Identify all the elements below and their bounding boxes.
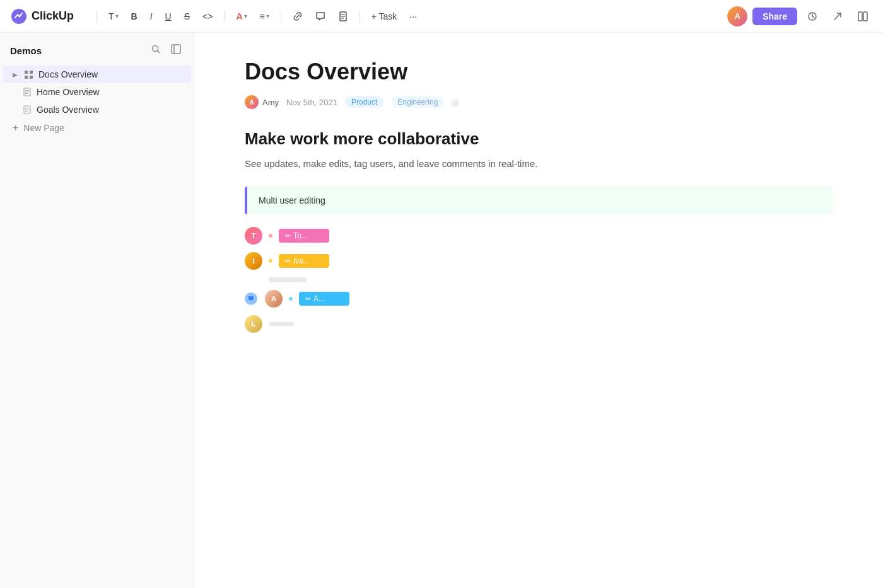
app-layout: Demos ▶ Docs Overview <box>0 33 883 588</box>
align-btn[interactable]: ≡ ▾ <box>256 9 273 24</box>
collab-row-empty <box>245 277 833 282</box>
toolbar-divider-2 <box>224 10 225 23</box>
user-avatar-iva: I <box>245 252 262 270</box>
sidebar-toggle-btn[interactable] <box>168 43 184 58</box>
app-name: ClickUp <box>32 9 74 23</box>
toolbar-divider-4 <box>360 10 360 23</box>
tag-add-icon[interactable]: ◎ <box>452 97 459 107</box>
sidebar-header: Demos <box>0 40 194 66</box>
cursor-bar-ton: ✏ To... <box>279 229 329 243</box>
history-btn[interactable] <box>802 6 822 26</box>
collab-row-1: T ✏ To... <box>245 227 833 245</box>
comment-btn[interactable] <box>312 9 329 24</box>
document-title: Docs Overview <box>245 58 833 85</box>
collab-illustration: T ✏ To... I ✏ Iva... <box>245 227 833 333</box>
collab-row-2: I ✏ Iva... <box>245 252 833 270</box>
line-placeholder-2 <box>269 322 294 326</box>
svg-rect-15 <box>25 76 28 79</box>
strikethrough-btn[interactable]: S <box>180 9 194 24</box>
cursor-bar-a: ✏ A... <box>299 292 349 306</box>
logo: ClickUp <box>10 8 74 25</box>
sidebar-toggle-icon <box>171 44 181 54</box>
doc-btn[interactable] <box>334 9 352 24</box>
new-page-btn[interactable]: + New Page <box>3 118 196 137</box>
user-avatar-amy: A <box>265 290 283 308</box>
sidebar-item-label: Goals Overview <box>37 105 99 115</box>
chevron-icon: ▶ <box>13 71 18 78</box>
search-icon <box>151 44 161 54</box>
doc-file-icon <box>23 88 32 96</box>
sidebar-item-home-overview[interactable]: Home Overview <box>3 83 191 101</box>
code-btn[interactable]: <> <box>199 9 216 24</box>
user-avatar: A <box>727 6 747 26</box>
user-avatar-btn[interactable]: A <box>727 6 747 26</box>
svg-rect-13 <box>25 71 28 74</box>
author-avatar: A <box>245 95 259 109</box>
add-task-btn[interactable]: + Task <box>368 9 401 24</box>
cursor-icon-2: ✏ <box>285 257 291 265</box>
color-btn[interactable]: A ▾ <box>232 9 250 24</box>
svg-rect-8 <box>863 12 867 21</box>
doc-date: Nov 5th, 2021 <box>286 98 337 107</box>
toolbar-divider-1 <box>96 10 97 23</box>
cursor-dot-1 <box>269 234 272 238</box>
svg-line-6 <box>834 13 841 20</box>
collab-row-4: L <box>245 315 833 333</box>
clickup-logo-icon <box>10 8 28 25</box>
cursor-dot-3 <box>289 297 293 301</box>
main-content: Docs Overview A Amy Nov 5th, 2021 Produc… <box>194 33 883 588</box>
bold-btn[interactable]: B <box>127 9 141 24</box>
plus-icon: + <box>13 122 18 134</box>
layout-icon <box>858 11 868 21</box>
user-avatar-ton: T <box>245 227 262 245</box>
section-subtitle: See updates, make edits, tag users, and … <box>245 156 833 171</box>
author-name: Amy <box>262 98 279 107</box>
cursor-icon-3: ✏ <box>305 295 311 303</box>
workspace-name: Demos <box>10 45 42 56</box>
svg-rect-16 <box>30 76 33 79</box>
line-placeholder <box>269 277 307 282</box>
sidebar-item-docs-overview[interactable]: ▶ Docs Overview <box>3 66 191 83</box>
tag-engineering[interactable]: Engineering <box>391 96 444 108</box>
link-btn[interactable] <box>289 9 307 24</box>
export-icon <box>833 11 843 21</box>
italic-btn[interactable]: I <box>146 9 156 24</box>
svg-line-10 <box>158 51 160 54</box>
comment-icon <box>315 11 325 21</box>
svg-rect-11 <box>172 45 180 54</box>
cursor-label-iva: Iva... <box>293 257 310 265</box>
doc-icon <box>338 11 348 21</box>
sidebar-item-label: Docs Overview <box>38 69 98 79</box>
section-title: Make work more collaborative <box>245 129 833 149</box>
toolbar-divider-3 <box>281 10 281 23</box>
cursor-icon: ✏ <box>285 232 291 240</box>
svg-rect-7 <box>858 12 862 21</box>
cursor-dot-2 <box>269 259 272 263</box>
text-format-btn[interactable]: T ▾ <box>105 9 122 24</box>
doc-meta: A Amy Nov 5th, 2021 Product Engineering … <box>245 95 833 109</box>
tag-product[interactable]: Product <box>345 96 383 108</box>
toolbar: ClickUp T ▾ B I U S <> A ▾ ≡ ▾ + Task <box>0 0 883 33</box>
sidebar-header-actions <box>148 43 184 58</box>
doc-author: A Amy <box>245 95 279 109</box>
sidebar-item-goals-overview[interactable]: Goals Overview <box>3 101 191 118</box>
share-button[interactable]: Share <box>752 8 797 25</box>
user-avatar-4: L <box>245 315 262 333</box>
svg-line-0 <box>296 14 299 18</box>
sidebar-search-btn[interactable] <box>148 43 163 58</box>
toolbar-right: A Share <box>727 6 873 26</box>
sidebar-item-label: Home Overview <box>37 87 100 97</box>
comment-bubble <box>245 292 257 305</box>
history-icon <box>807 11 817 21</box>
svg-rect-14 <box>30 71 33 74</box>
export-btn[interactable] <box>827 6 848 26</box>
layout-btn[interactable] <box>853 6 873 26</box>
collab-row-3: A ✏ A... <box>245 290 833 308</box>
link-icon <box>293 11 303 21</box>
doc-file-icon-2 <box>23 105 32 114</box>
callout-block: Multi user editing <box>245 187 833 214</box>
underline-btn[interactable]: U <box>161 9 175 24</box>
sidebar: Demos ▶ Docs Overview <box>0 33 194 588</box>
cursor-label-a: A... <box>313 294 325 303</box>
more-options-btn[interactable]: ··· <box>406 9 421 24</box>
